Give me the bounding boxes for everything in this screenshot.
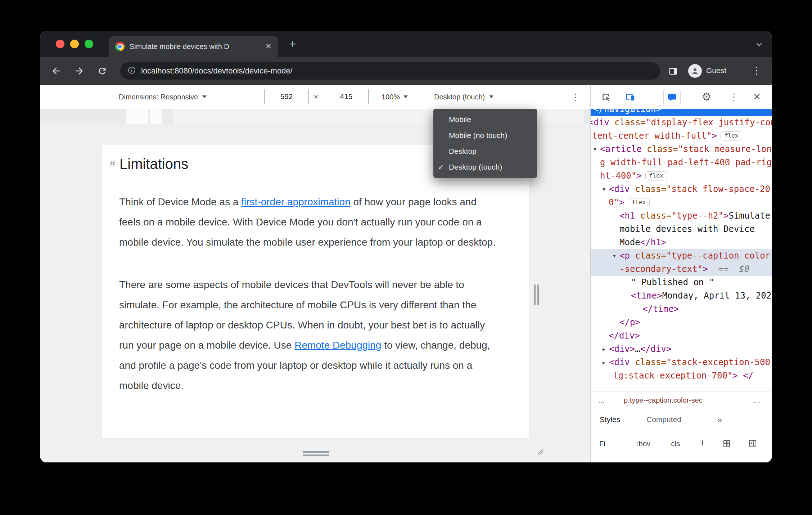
tree-row[interactable]: " Published on ": [591, 276, 772, 289]
breadcrumb-overflow-right[interactable]: …: [753, 396, 761, 404]
device-toolbar-toggle-icon[interactable]: [623, 90, 637, 104]
code-token: "stack measure-lon: [678, 144, 772, 154]
dimensions-select[interactable]: Dimensions: Responsive: [119, 85, 207, 109]
tree-row[interactable]: ▼<article class="stack measure-lon: [591, 143, 772, 156]
viewport-resize-handle-right[interactable]: [534, 285, 539, 305]
tree-row[interactable]: tent-center width-full">flex: [591, 129, 772, 143]
tab-close-icon[interactable]: ✕: [265, 42, 272, 51]
tab-search-chevron-icon[interactable]: [754, 40, 764, 50]
menu-item[interactable]: Mobile (no touch): [433, 127, 537, 143]
code-token: Simulate: [728, 211, 770, 221]
tree-row[interactable]: mobile devices with Device: [591, 223, 772, 236]
sidebar-toggle-icon[interactable]: [748, 439, 757, 449]
menu-item-label: Desktop (touch): [449, 163, 502, 171]
url-bar[interactable]: localhost:8080/docs/devtools/device-mode…: [120, 62, 660, 80]
code-token: "display-flex justify-con: [646, 117, 772, 127]
tree-row[interactable]: </time>: [591, 303, 772, 316]
zoom-select[interactable]: 100%: [382, 85, 408, 109]
browser-menu-icon[interactable]: ⋮: [752, 65, 762, 76]
menu-item[interactable]: ✓Desktop (touch): [433, 159, 537, 175]
tab-overflow-icon[interactable]: »: [717, 415, 722, 425]
code-token: Mode: [619, 237, 640, 247]
heading-anchor[interactable]: #: [110, 158, 115, 170]
tree-row[interactable]: <div class="display-flex justify-con: [591, 116, 772, 129]
tab-styles[interactable]: Styles: [600, 415, 620, 424]
profile-label[interactable]: Guest: [706, 66, 726, 75]
back-button[interactable]: [50, 65, 62, 77]
breadcrumb-selected[interactable]: p.type--caption.color-sec: [624, 396, 703, 404]
tree-row[interactable]: Mode</h1>: [591, 236, 772, 249]
minimize-window-button[interactable]: [70, 40, 79, 48]
menu-item-label: Mobile: [449, 115, 471, 124]
new-style-rule-button[interactable]: +: [699, 437, 706, 449]
device-toolbar-menu-icon[interactable]: ⋮: [569, 85, 582, 109]
tree-row[interactable]: ▼<p class="type--caption color: [591, 249, 772, 263]
flex-badge[interactable]: flex: [628, 198, 650, 207]
expand-arrow-icon[interactable]: ▼: [603, 183, 609, 196]
close-window-button[interactable]: [56, 40, 64, 48]
checkmark-icon: ✓: [438, 163, 449, 171]
code-token: Monday, April 13, 2020: [662, 291, 772, 301]
devtools-toolbar: ⚙ ⋮ ✕: [591, 85, 772, 109]
tree-row[interactable]: </div>: [591, 329, 772, 342]
tree-row[interactable]: ▶<div class="stack-exception-500: [591, 356, 772, 369]
tab-computed[interactable]: Computed: [646, 415, 681, 424]
tab-strip: Simulate mobile devices with D ✕ +: [40, 31, 772, 57]
tree-row[interactable]: ht-400">flex: [591, 169, 772, 183]
element-classes-button[interactable]: .cls: [669, 440, 680, 448]
grid-editor-icon[interactable]: [722, 439, 731, 449]
viewport-resize-handle-bottom[interactable]: [303, 451, 329, 458]
code-token: <div: [609, 184, 630, 194]
toggle-element-state-button[interactable]: :hov: [637, 440, 650, 448]
inspect-element-icon[interactable]: [599, 90, 613, 104]
device-type-value: Desktop (touch): [434, 93, 485, 101]
expand-arrow-icon[interactable]: ▶: [603, 356, 609, 369]
inline-link[interactable]: first-order approximation: [241, 196, 350, 207]
flex-badge[interactable]: flex: [721, 131, 743, 140]
devtools-menu-icon[interactable]: ⋮: [727, 90, 741, 104]
site-info-icon[interactable]: [127, 66, 136, 76]
tree-row[interactable]: ▶<div>…</div>: [591, 342, 772, 356]
viewport-resize-handle-corner[interactable]: [536, 447, 544, 457]
styles-filter-input[interactable]: Fi: [599, 440, 605, 448]
code-token: </navigation>: [594, 109, 661, 114]
code-token: </time>: [642, 304, 679, 314]
expand-arrow-icon[interactable]: ▶: [603, 342, 609, 356]
forward-button[interactable]: [73, 65, 85, 77]
tree-row[interactable]: </p>: [591, 316, 772, 329]
code-token: == $0: [708, 264, 750, 274]
menu-item[interactable]: Mobile: [433, 112, 537, 127]
tree-row[interactable]: </navigation>: [591, 109, 772, 116]
expand-arrow-icon[interactable]: ▼: [594, 143, 600, 156]
width-input[interactable]: [264, 89, 309, 104]
device-type-select[interactable]: Desktop (touch): [434, 85, 493, 109]
tree-row[interactable]: 0">flex: [591, 196, 772, 209]
tree-row[interactable]: lg:stack-exception-700"> </: [591, 369, 772, 382]
browser-window: Simulate mobile devices with D ✕ + local…: [40, 31, 772, 462]
side-panel-icon[interactable]: [667, 66, 679, 77]
inline-link[interactable]: Remote Debugging: [294, 340, 381, 351]
maximize-window-button[interactable]: [85, 40, 93, 48]
code-token: class=: [609, 117, 646, 127]
breadcrumb-overflow-left[interactable]: …: [598, 396, 605, 404]
devtools-close-icon[interactable]: ✕: [750, 90, 764, 104]
tree-row[interactable]: -secondary-text"> == $0: [591, 263, 772, 276]
reload-button[interactable]: [96, 65, 108, 77]
browser-tab[interactable]: Simulate mobile devices with D ✕: [109, 36, 278, 57]
tree-row[interactable]: g width-full pad-left-400 pad-rig: [591, 156, 772, 169]
flex-badge[interactable]: flex: [645, 171, 667, 180]
menu-item[interactable]: Desktop: [433, 143, 537, 159]
tree-row[interactable]: <h1 class="type--h2">Simulate: [591, 209, 772, 223]
code-token: >: [712, 131, 717, 141]
tree-row[interactable]: <time>Monday, April 13, 2020: [591, 289, 772, 303]
code-token: class=: [630, 357, 666, 367]
new-tab-button[interactable]: +: [289, 39, 296, 49]
ruler-chip: [150, 109, 162, 124]
console-drawer-icon[interactable]: [663, 89, 681, 106]
tree-row[interactable]: ▼<div class="stack flow-space-20: [591, 183, 772, 196]
settings-gear-icon[interactable]: ⚙: [699, 89, 714, 104]
avatar[interactable]: [688, 64, 702, 78]
expand-arrow-icon[interactable]: ▼: [613, 249, 619, 263]
paragraph-text: Think of Device Mode as a: [119, 196, 241, 207]
height-input[interactable]: [324, 89, 369, 104]
